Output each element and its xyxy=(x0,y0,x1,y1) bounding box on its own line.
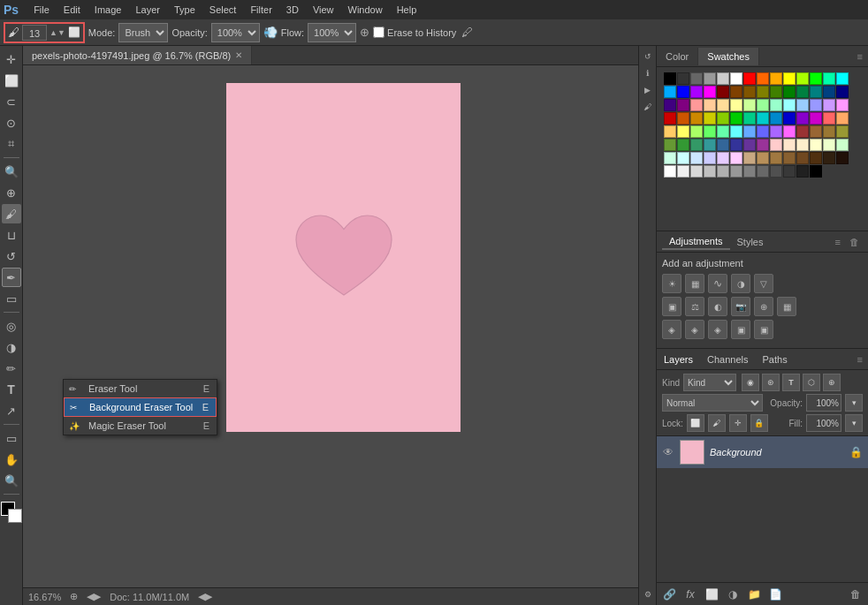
zoom-tool[interactable]: 🔍 xyxy=(2,471,21,490)
swatch-color[interactable] xyxy=(836,139,849,151)
canvas-content[interactable]: ✏ Eraser Tool E ✂ Background Eraser Tool… xyxy=(23,65,638,587)
magic-eraser-tool-menu-item[interactable]: ✨ Magic Eraser Tool E xyxy=(64,417,217,435)
swatch-color[interactable] xyxy=(823,72,835,85)
swatch-color[interactable] xyxy=(743,86,756,98)
swatch-color[interactable] xyxy=(770,99,782,111)
threshold-btn[interactable]: ◈ xyxy=(708,320,727,339)
swatch-color[interactable] xyxy=(783,86,796,98)
swatch-color[interactable] xyxy=(730,99,742,111)
opacity-input[interactable] xyxy=(806,394,841,412)
new-fill-layer-btn[interactable]: ◑ xyxy=(724,586,742,603)
move-tool[interactable]: ✛ xyxy=(2,49,21,69)
swatch-color[interactable] xyxy=(677,139,689,151)
curves-btn[interactable]: ∿ xyxy=(708,274,727,293)
swatch-color[interactable] xyxy=(743,112,756,125)
tab-layers[interactable]: Layers xyxy=(657,352,700,367)
swatch-color[interactable] xyxy=(717,86,729,98)
history-brush-tool[interactable]: ↺ xyxy=(2,246,21,266)
brush-size-input[interactable]: 13 xyxy=(22,25,47,41)
menu-filter[interactable]: Filter xyxy=(244,3,278,17)
swatch-color[interactable] xyxy=(664,152,676,164)
mode-select[interactable]: Brush Pencil Block xyxy=(118,23,168,42)
brush-options-icon[interactable]: ⬜ xyxy=(68,26,80,38)
fill-dropdown-btn[interactable]: ▾ xyxy=(845,414,863,432)
swatch-color[interactable] xyxy=(757,139,769,151)
swatch-color[interactable] xyxy=(757,86,769,98)
exposure-btn[interactable]: ◑ xyxy=(731,274,750,293)
lock-image-btn[interactable]: 🖌 xyxy=(708,414,726,432)
swatch-color[interactable] xyxy=(796,165,809,178)
hand-tool[interactable]: ✋ xyxy=(2,450,21,469)
swatch-color[interactable] xyxy=(796,72,809,85)
brush-size-arrows[interactable]: ▲▼ xyxy=(49,28,65,37)
swatch-color[interactable] xyxy=(730,165,742,178)
tab-channels[interactable]: Channels xyxy=(700,352,755,367)
swatch-color[interactable] xyxy=(770,112,782,125)
quick-select-tool[interactable]: ⊙ xyxy=(2,113,21,132)
healing-brush-tool[interactable]: ⊕ xyxy=(2,183,21,202)
history-mini-btn[interactable]: ↺ xyxy=(641,49,655,64)
swatch-color[interactable] xyxy=(677,99,689,111)
swatch-color[interactable] xyxy=(704,86,716,98)
swatch-color[interactable] xyxy=(704,125,716,138)
dodge-tool[interactable]: ◑ xyxy=(2,337,21,357)
swatch-color[interactable] xyxy=(796,152,809,164)
tab-paths[interactable]: Paths xyxy=(756,352,795,367)
zoom-arrows[interactable]: ◀▶ xyxy=(87,591,101,602)
swatch-color[interactable] xyxy=(704,72,716,85)
swatch-color[interactable] xyxy=(690,165,703,178)
photo-filter-btn[interactable]: 📷 xyxy=(731,297,750,316)
swatch-color[interactable] xyxy=(796,86,809,98)
swatch-color[interactable] xyxy=(717,72,729,85)
filter-type-btn[interactable]: T xyxy=(782,374,800,391)
layer-effects-btn[interactable]: fx xyxy=(681,586,699,603)
marquee-tool[interactable]: ⬜ xyxy=(2,71,21,90)
color-panel-options[interactable]: ≡ xyxy=(852,51,868,62)
rectangle-tool[interactable]: ▭ xyxy=(2,428,21,448)
swatch-color[interactable] xyxy=(757,152,769,164)
swatch-color[interactable] xyxy=(664,72,676,85)
opacity-dropdown-btn[interactable]: ▾ xyxy=(845,394,863,412)
swatch-color[interactable] xyxy=(743,72,756,85)
swatch-color[interactable] xyxy=(823,125,835,138)
swatch-color[interactable] xyxy=(677,125,689,138)
swatch-color[interactable] xyxy=(810,165,822,178)
swatch-color[interactable] xyxy=(743,152,756,164)
swatch-color[interactable] xyxy=(823,152,835,164)
tab-styles[interactable]: Styles xyxy=(730,235,771,249)
layer-mask-btn[interactable]: ⬜ xyxy=(703,586,720,603)
swatch-color[interactable] xyxy=(823,112,835,125)
swatch-color[interactable] xyxy=(690,99,703,111)
swatch-color[interactable] xyxy=(664,139,676,151)
background-color[interactable] xyxy=(8,509,22,523)
blur-tool[interactable]: ◎ xyxy=(2,316,21,336)
swatch-color[interactable] xyxy=(810,72,822,85)
posterize-btn[interactable]: ◈ xyxy=(685,320,704,339)
color-balance-btn[interactable]: ⚖ xyxy=(685,297,704,316)
type-tool[interactable]: T xyxy=(2,380,21,399)
swatch-color[interactable] xyxy=(664,165,676,178)
layer-visibility-icon[interactable]: 👁 xyxy=(662,446,674,458)
swatch-color[interactable] xyxy=(796,125,809,138)
swatch-color[interactable] xyxy=(690,152,703,164)
swatch-color[interactable] xyxy=(730,112,742,125)
swatch-color[interactable] xyxy=(770,152,782,164)
swatch-color[interactable] xyxy=(743,99,756,111)
menu-edit[interactable]: Edit xyxy=(57,3,87,17)
lock-transparent-btn[interactable]: ⬜ xyxy=(687,414,704,432)
invert-btn[interactable]: ◈ xyxy=(662,320,681,339)
swatch-color[interactable] xyxy=(743,139,756,151)
swatch-color[interactable] xyxy=(743,165,756,178)
swatch-color[interactable] xyxy=(770,139,782,151)
swatch-color[interactable] xyxy=(757,99,769,111)
swatch-color[interactable] xyxy=(836,86,849,98)
swatch-color[interactable] xyxy=(717,99,729,111)
swatch-color[interactable] xyxy=(783,99,796,111)
actions-mini-btn[interactable]: ▶ xyxy=(641,83,655,97)
swatch-color[interactable] xyxy=(690,139,703,151)
swatch-color[interactable] xyxy=(664,125,676,138)
navigator-btn[interactable]: ⊕ xyxy=(70,591,78,602)
swatch-color[interactable] xyxy=(783,139,796,151)
tab-color[interactable]: Color xyxy=(657,48,698,65)
swatch-color[interactable] xyxy=(783,72,796,85)
